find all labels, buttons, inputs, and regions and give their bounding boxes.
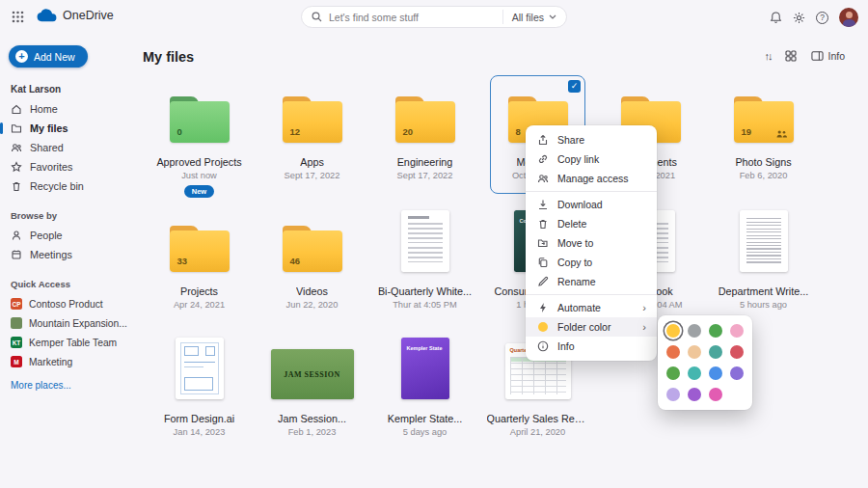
trash-icon bbox=[11, 180, 22, 192]
tile-photo-signs[interactable]: 19 Photo Signs Feb 6, 2020 bbox=[707, 73, 820, 203]
sidebar-item-label: My files bbox=[30, 122, 68, 134]
quick-item-contoso-product[interactable]: CP Contoso Product bbox=[0, 294, 141, 313]
home-icon bbox=[11, 103, 22, 115]
sidebar-item-label: Shared bbox=[30, 142, 64, 153]
search-icon bbox=[312, 12, 322, 22]
menu-item-manage-access[interactable]: Manage access bbox=[526, 169, 657, 188]
selection-checkbox[interactable]: ✓ bbox=[568, 80, 581, 93]
search-input[interactable]: Let's find some stuff All files bbox=[301, 6, 567, 28]
menu-item-label: Move to bbox=[557, 237, 593, 249]
document-thumbnail bbox=[401, 210, 449, 272]
folder-item-count: 8 bbox=[516, 126, 521, 137]
quick-item-label: Marketing bbox=[29, 357, 72, 367]
color-swatch-gray[interactable] bbox=[688, 324, 701, 338]
file-name: Form Design.ai bbox=[164, 413, 234, 424]
sidebar-item-label: Favorites bbox=[30, 161, 72, 173]
user-avatar[interactable] bbox=[839, 8, 858, 27]
sidebar-item-my-files[interactable]: My files bbox=[0, 119, 141, 138]
color-swatch-blue[interactable] bbox=[709, 366, 722, 380]
menu-item-download[interactable]: Download bbox=[526, 195, 657, 214]
file-date: Just now bbox=[181, 171, 217, 180]
onedrive-logo[interactable]: OneDrive bbox=[36, 8, 114, 22]
menu-item-share[interactable]: Share bbox=[526, 130, 657, 149]
color-swatch-purple[interactable] bbox=[730, 366, 744, 380]
file-date: 5 hours ago bbox=[740, 300, 787, 310]
chevron-down-icon bbox=[549, 14, 556, 19]
add-new-button[interactable]: + Add New bbox=[9, 45, 88, 68]
sidebar-item-people[interactable]: People bbox=[0, 226, 141, 245]
site-badge: KT bbox=[11, 337, 22, 348]
download-icon bbox=[536, 199, 549, 210]
tile-kempler-state[interactable]: Kempler State Kempler State... 5 days ag… bbox=[368, 326, 481, 437]
file-name: Photo Signs bbox=[735, 156, 791, 168]
sidebar-nav: Home My files Shared Favorites bbox=[0, 99, 141, 391]
color-swatch-red[interactable] bbox=[730, 345, 744, 359]
sidebar-item-recycle-bin[interactable]: Recycle bin bbox=[0, 176, 141, 196]
color-swatch-magenta[interactable] bbox=[709, 388, 722, 401]
tile-bi-quarterly-whitepaper[interactable]: Bi-Quarterly White... Thur at 4:05 PM bbox=[368, 203, 481, 326]
search-scope-dropdown[interactable]: All files bbox=[502, 10, 556, 24]
tile-jam-session[interactable]: JAM SESSION Jam Session... Feb 1, 2023 bbox=[256, 326, 368, 437]
quick-item-mountain-expansion[interactable]: Mountain Expansion... bbox=[0, 313, 141, 333]
file-date: Sept 17, 2022 bbox=[285, 171, 340, 180]
menu-item-folder-color[interactable]: Folder color › bbox=[526, 317, 657, 337]
quick-item-marketing[interactable]: M Marketing bbox=[0, 352, 141, 371]
menu-item-info[interactable]: Info bbox=[526, 337, 657, 356]
tile-apps[interactable]: 12 Apps Sept 17, 2022 bbox=[256, 73, 368, 203]
file-date: April 21, 2020 bbox=[510, 427, 565, 437]
color-swatch-green[interactable] bbox=[709, 324, 722, 338]
notifications-bell-icon[interactable] bbox=[770, 11, 782, 24]
people-icon bbox=[11, 142, 22, 153]
menu-item-label: Copy to bbox=[557, 257, 592, 268]
quick-item-kemper-table-team[interactable]: KT Kemper Table Team bbox=[0, 333, 141, 352]
file-name: Apps bbox=[300, 156, 324, 168]
color-swatch-cyan[interactable] bbox=[688, 366, 701, 380]
tile-form-design[interactable]: Form Design.ai Jan 14, 2023 bbox=[143, 326, 256, 437]
menu-item-delete[interactable]: Delete bbox=[526, 214, 657, 233]
color-swatch-pink[interactable] bbox=[730, 324, 744, 338]
menu-item-label: Folder color bbox=[557, 321, 610, 333]
color-swatch-violet[interactable] bbox=[688, 388, 701, 401]
sidebar-item-home[interactable]: Home bbox=[0, 99, 141, 119]
quick-item-label: Contoso Product bbox=[29, 299, 103, 310]
quick-item-label: Mountain Expansion... bbox=[29, 318, 127, 329]
color-swatch-peach[interactable] bbox=[688, 345, 701, 359]
cover-text: JAM SESSION bbox=[284, 370, 340, 379]
info-pane-button[interactable]: Info bbox=[811, 50, 845, 62]
tile-department-writeup[interactable]: Department Write... 5 hours ago bbox=[707, 203, 820, 326]
help-icon[interactable]: ? bbox=[816, 12, 828, 24]
tile-videos[interactable]: 46 Videos Jun 22, 2020 bbox=[256, 203, 368, 326]
file-name: Approved Projects bbox=[156, 156, 241, 168]
menu-item-move-to[interactable]: Move to bbox=[526, 233, 657, 253]
sidebar-item-meetings[interactable]: Meetings bbox=[0, 245, 141, 264]
sidebar-item-label: Meetings bbox=[30, 249, 72, 260]
search-scope-label: All files bbox=[512, 12, 544, 23]
chevron-right-icon: › bbox=[642, 322, 646, 333]
color-swatch-teal[interactable] bbox=[709, 345, 722, 359]
browse-by-header: Browse by bbox=[0, 210, 141, 221]
tile-engineering[interactable]: 20 Engineering Sept 17, 2022 bbox=[368, 73, 481, 203]
menu-item-automate[interactable]: Automate › bbox=[526, 298, 657, 317]
view-grid-button[interactable] bbox=[785, 50, 797, 62]
sidebar-item-favorites[interactable]: Favorites bbox=[0, 157, 141, 176]
shared-people-icon bbox=[776, 130, 787, 138]
settings-gear-icon[interactable] bbox=[793, 12, 805, 24]
app-name: OneDrive bbox=[63, 9, 114, 22]
menu-item-copy-link[interactable]: Copy link bbox=[526, 149, 657, 169]
folder-icon: 0 bbox=[170, 96, 230, 143]
menu-item-rename[interactable]: Rename bbox=[526, 272, 657, 291]
sort-button[interactable]: ↑↓ bbox=[764, 50, 771, 62]
sidebar-item-shared[interactable]: Shared bbox=[0, 138, 141, 157]
more-places-link[interactable]: More places... bbox=[0, 380, 141, 391]
color-swatch-lavender[interactable] bbox=[666, 388, 680, 401]
color-swatch-orange[interactable] bbox=[666, 345, 680, 359]
file-name: Videos bbox=[296, 285, 328, 297]
tile-approved-projects[interactable]: 0 Approved Projects Just now New bbox=[143, 73, 256, 203]
menu-item-copy-to[interactable]: Copy to bbox=[526, 253, 657, 272]
file-name: Department Write... bbox=[719, 285, 808, 297]
tile-projects[interactable]: 33 Projects Apr 24, 2021 bbox=[143, 203, 256, 326]
color-swatch-yellow[interactable] bbox=[666, 324, 680, 338]
file-date: Thur at 4:05 PM bbox=[393, 300, 457, 310]
app-launcher-icon[interactable] bbox=[12, 11, 24, 23]
color-swatch-light-green[interactable] bbox=[666, 366, 680, 380]
